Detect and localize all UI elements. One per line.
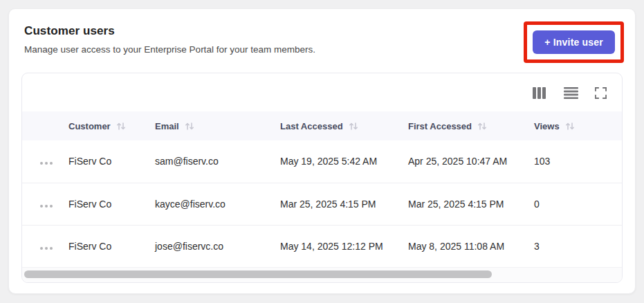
cell-email: sam@fiserv.co — [155, 140, 280, 183]
row-actions-button[interactable] — [40, 247, 53, 250]
scrollbar-thumb[interactable] — [24, 270, 492, 278]
sort-icon — [116, 122, 126, 131]
cell-customer: FiServ Co — [68, 225, 155, 267]
cell-email: kayce@fiserv.co — [155, 183, 280, 225]
customer-users-card: Customer users Manage user access to you… — [8, 8, 636, 294]
row-density-icon[interactable] — [564, 87, 578, 99]
sort-icon — [349, 122, 358, 131]
fullscreen-icon[interactable] — [595, 87, 607, 99]
invite-user-button[interactable]: + Invite user — [533, 30, 615, 54]
page-title: Customer users — [24, 24, 315, 38]
table-panel: Customer Email Last Accessed First Acces… — [21, 73, 623, 283]
cell-first-accessed: May 8, 2025 11:08 AM — [408, 225, 534, 267]
cell-views: 103 — [534, 140, 622, 183]
highlight-box: + Invite user — [524, 21, 624, 63]
row-actions-button[interactable] — [40, 162, 53, 165]
cell-customer: FiServ Co — [68, 183, 155, 225]
table-row: FiServ Co jose@fiservc.co May 14, 2025 1… — [22, 225, 622, 267]
column-header-views[interactable]: Views — [534, 111, 622, 140]
sort-icon — [477, 122, 487, 131]
column-header-customer[interactable]: Customer — [68, 111, 155, 140]
header-actions-spacer — [22, 111, 68, 140]
column-header-email[interactable]: Email — [155, 111, 280, 140]
horizontal-scrollbar[interactable] — [22, 268, 622, 282]
cell-first-accessed: Apr 25, 2025 10:47 AM — [408, 140, 534, 183]
sort-icon — [565, 122, 575, 131]
cell-email: jose@fiservc.co — [155, 225, 280, 267]
cell-views: 0 — [534, 183, 622, 225]
column-header-last-accessed[interactable]: Last Accessed — [280, 111, 408, 140]
cell-last-accessed: May 19, 2025 5:42 AM — [280, 140, 408, 183]
card-header: Customer users Manage user access to you… — [9, 9, 635, 73]
row-actions-button[interactable] — [40, 205, 53, 208]
sort-icon — [185, 122, 194, 131]
page-subtitle: Manage user access to your Enterprise Po… — [24, 44, 315, 55]
cell-customer: FiServ Co — [68, 140, 155, 183]
cell-views: 3 — [534, 225, 622, 267]
cell-first-accessed: Mar 25, 2025 4:15 PM — [408, 183, 534, 225]
table-header-row: Customer Email Last Accessed First Acces… — [22, 111, 622, 140]
columns-icon[interactable] — [533, 87, 547, 99]
column-header-first-accessed[interactable]: First Accessed — [408, 111, 534, 140]
table-row: FiServ Co kayce@fiserv.co Mar 25, 2025 4… — [22, 183, 622, 225]
header-titles: Customer users Manage user access to you… — [24, 24, 315, 55]
table-toolbar — [22, 73, 622, 111]
cell-last-accessed: Mar 25, 2025 4:15 PM — [280, 183, 408, 225]
customer-users-table: Customer Email Last Accessed First Acces… — [22, 111, 622, 268]
table-row: FiServ Co sam@fiserv.co May 19, 2025 5:4… — [22, 140, 622, 183]
cell-last-accessed: May 14, 2025 12:12 PM — [280, 225, 408, 267]
